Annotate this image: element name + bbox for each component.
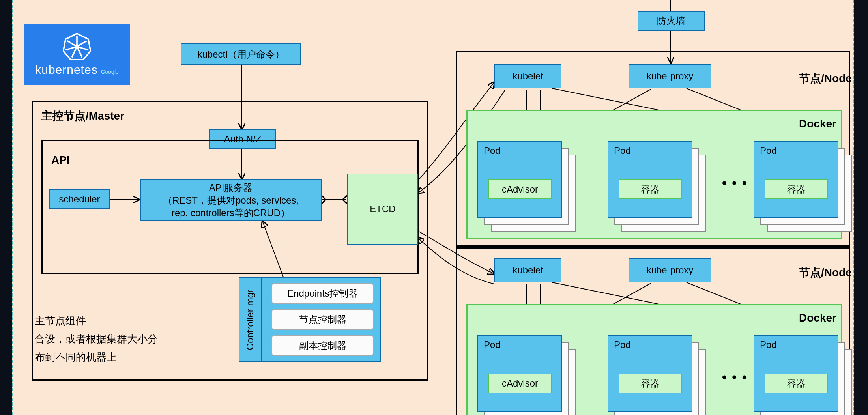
controller-mgr-label: Controller-mgr <box>245 290 256 350</box>
kubernetes-logo: kubernetesGoogle <box>24 24 130 85</box>
apiserver-l3: rep. controllers等的CRUD） <box>172 207 290 219</box>
pod-box: Pod容器 <box>608 141 692 218</box>
svg-line-27 <box>67 41 77 46</box>
pod-inner: 容器 <box>619 179 682 199</box>
pod-inner: 容器 <box>765 374 828 393</box>
kubeproxy-2: kube-proxy <box>629 258 711 282</box>
kubelet-2: kubelet <box>494 258 561 282</box>
controller-mgr-box: Controller-mgr <box>239 277 262 362</box>
pod-box: PodcAdvisor <box>477 335 562 412</box>
pod-title: Pod <box>484 145 501 156</box>
docker-title-1: Docker <box>799 118 836 130</box>
pod-box: Pod容器 <box>754 335 838 412</box>
docker-title-2: Docker <box>799 312 836 324</box>
node-controller: 节点控制器 <box>271 309 374 330</box>
pod-title: Pod <box>760 145 777 156</box>
node2-title: 节点/Node <box>799 265 852 280</box>
replica-controller: 副本控制器 <box>271 335 374 356</box>
kubeproxy-1: kube-proxy <box>629 64 711 88</box>
pod-inner: cAdvisor <box>488 374 552 393</box>
pod-title: Pod <box>484 339 501 350</box>
pod-dots: • • • <box>722 175 748 191</box>
pod-box: Pod容器 <box>754 141 838 218</box>
pod-inner: 容器 <box>765 179 828 199</box>
apiserver-l2: （REST，提供对pods, services, <box>163 194 299 207</box>
pod-title: Pod <box>760 339 777 350</box>
master-title: 主控节点/Master <box>41 108 124 123</box>
endpoints-controller: Endpoints控制器 <box>271 283 374 304</box>
pod-box: PodcAdvisor <box>477 141 562 218</box>
logo-sub: Google <box>101 69 119 75</box>
api-title: API <box>51 154 70 166</box>
svg-line-22 <box>77 41 86 46</box>
pod-title: Pod <box>614 339 631 350</box>
master-note: 主节点组件 合设，或者根据集群大小分 布到不同的机器上 <box>35 312 158 366</box>
pod-box: Pod容器 <box>608 335 692 412</box>
pod-dots: • • • <box>722 369 748 385</box>
logo-text: kubernetes <box>35 63 97 76</box>
wheel-icon <box>63 32 91 61</box>
apiserver-box: API服务器 （REST，提供对pods, services, rep. con… <box>140 179 322 221</box>
node1-title: 节点/Node <box>799 71 852 86</box>
apiserver-l1: API服务器 <box>209 181 253 194</box>
firewall-box: 防火墙 <box>638 11 705 31</box>
etcd-box: ETCD <box>347 174 418 245</box>
kubectl-box: kubectl（用户命令） <box>181 43 301 65</box>
scheduler-box: scheduler <box>49 189 110 209</box>
pod-inner: 容器 <box>619 374 682 393</box>
pod-inner: cAdvisor <box>488 179 552 199</box>
pod-title: Pod <box>614 145 631 156</box>
kubelet-1: kubelet <box>494 64 561 88</box>
